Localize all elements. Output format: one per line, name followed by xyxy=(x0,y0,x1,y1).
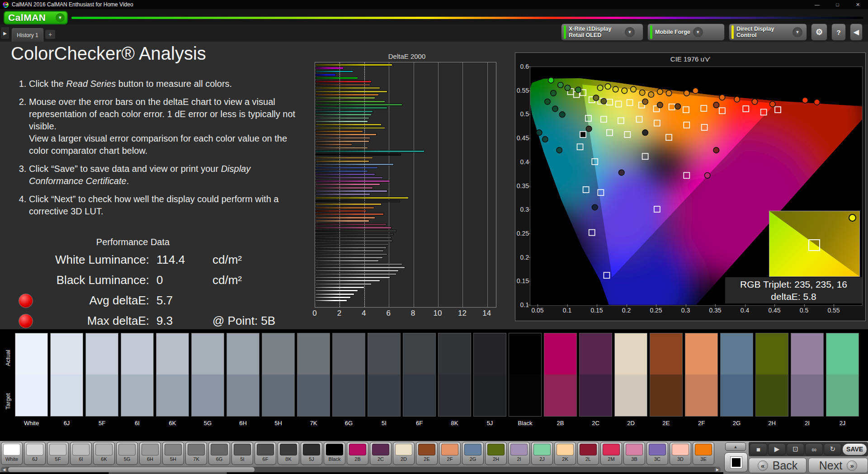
patch-button-2m[interactable]: 2M xyxy=(600,442,622,465)
restore-button[interactable]: □ xyxy=(827,0,848,9)
deltae-bar[interactable] xyxy=(315,100,385,103)
refresh-button[interactable]: ↻ xyxy=(824,443,841,455)
deltae-bar[interactable] xyxy=(315,167,378,169)
patch-button-3d[interactable]: 3D xyxy=(670,442,691,465)
patch-button-2e[interactable]: 2E xyxy=(416,442,438,465)
deltae-bar[interactable] xyxy=(315,190,387,192)
minimize-button[interactable]: — xyxy=(807,0,827,9)
deltae-bar[interactable] xyxy=(315,233,394,236)
deltae-bar[interactable] xyxy=(315,193,370,195)
deltae-bar[interactable] xyxy=(315,250,384,252)
deltae-bar[interactable] xyxy=(315,160,369,162)
deltae-bar[interactable] xyxy=(315,197,409,199)
deltae-bar[interactable] xyxy=(315,97,375,99)
deltae-bar[interactable] xyxy=(315,114,372,116)
deltae-bar[interactable] xyxy=(315,183,380,185)
deltae-bar[interactable] xyxy=(315,213,384,215)
deltae-bar[interactable] xyxy=(315,173,375,175)
deltae-bar[interactable] xyxy=(315,87,380,89)
tab-history-1[interactable]: History 1 xyxy=(12,28,43,42)
deltae-bar[interactable] xyxy=(315,256,383,259)
deltae-bar[interactable] xyxy=(315,293,354,295)
deltae-bar[interactable] xyxy=(315,147,368,149)
deltae-bar[interactable] xyxy=(315,143,352,146)
deltae-bar[interactable] xyxy=(315,104,402,106)
deltae-bar[interactable] xyxy=(315,283,372,285)
stop-button[interactable]: ■ xyxy=(750,443,767,455)
deltae-bar[interactable] xyxy=(315,133,377,136)
deltae-bar[interactable] xyxy=(315,90,387,93)
patch-button-2i[interactable]: 2I xyxy=(508,442,530,465)
deltae-bar[interactable] xyxy=(315,270,399,272)
patch-button-6i[interactable]: 6I xyxy=(70,442,92,465)
patch-button-2c[interactable]: 2C xyxy=(370,442,392,465)
patch-button-2d[interactable]: 2D xyxy=(393,442,415,465)
help-button[interactable]: ? xyxy=(831,24,846,41)
deltae-bar[interactable] xyxy=(315,180,390,182)
deltae-bar[interactable] xyxy=(315,296,351,299)
patch-button-8k[interactable]: 8K xyxy=(278,442,299,465)
patch-row-up-button[interactable]: ▲ xyxy=(725,442,746,451)
deltae-bar[interactable] xyxy=(315,227,392,229)
patch-button-2b[interactable]: 2B xyxy=(347,442,368,465)
deltae-bar[interactable] xyxy=(315,153,401,156)
deltae-bar[interactable] xyxy=(315,117,369,119)
back-button[interactable]: « Back xyxy=(749,458,807,473)
deltae-bar[interactable] xyxy=(315,276,390,279)
deltae-bar[interactable] xyxy=(315,64,392,66)
deltae-bar[interactable] xyxy=(315,203,382,205)
deltae-bar[interactable] xyxy=(315,289,358,292)
deltae-bar[interactable] xyxy=(315,170,368,172)
patch-button-white[interactable]: White xyxy=(1,442,23,465)
deltae-bar[interactable] xyxy=(315,77,358,79)
deltae-bar[interactable] xyxy=(315,246,387,249)
deltae-bar[interactable] xyxy=(315,273,396,275)
deltae-bar[interactable] xyxy=(315,84,370,86)
deltae-bar[interactable] xyxy=(315,200,400,202)
patch-button-3b[interactable]: 3B xyxy=(623,442,645,465)
deltae-bar[interactable] xyxy=(315,140,369,142)
deltae-bar[interactable] xyxy=(315,107,387,109)
deltae-bar[interactable] xyxy=(315,120,368,123)
device-dropdown-1[interactable]: X-Rite i1Display Retail OLED▼ xyxy=(561,24,643,41)
deltae-bar[interactable] xyxy=(315,130,363,133)
deltae-bar[interactable] xyxy=(315,299,347,302)
tab-scroll-button[interactable]: ▶ xyxy=(1,27,9,39)
patch-button-2j[interactable]: 2J xyxy=(531,442,553,465)
deltae-bar[interactable] xyxy=(315,67,344,69)
patch-button-6j[interactable]: 6J xyxy=(24,442,46,465)
patch-button-2f[interactable]: 2F xyxy=(439,442,461,465)
patch-button-6k[interactable]: 6K xyxy=(93,442,115,465)
pattern-window-button[interactable]: ⊡ xyxy=(787,443,804,455)
settings-button[interactable]: ⚙ xyxy=(811,24,827,41)
deltae-bar[interactable] xyxy=(315,260,379,262)
deltae-bar[interactable] xyxy=(315,81,372,83)
deltae-bar[interactable] xyxy=(315,230,396,232)
deltae-bar[interactable] xyxy=(315,150,425,152)
deltae-bar[interactable] xyxy=(315,210,367,212)
deltae-bar[interactable] xyxy=(315,237,392,239)
deltae-bar[interactable] xyxy=(315,266,405,269)
scrollbar-thumb[interactable] xyxy=(8,467,255,472)
deltae-bar[interactable] xyxy=(315,223,387,226)
patch-button-5i[interactable]: 5I xyxy=(231,442,253,465)
deltae-bar[interactable] xyxy=(315,127,385,129)
pattern-window-button[interactable] xyxy=(724,452,748,472)
save-button[interactable]: SAVE xyxy=(842,443,867,455)
patch-button-5f[interactable]: 5F xyxy=(47,442,69,465)
patch-button-6f[interactable]: 6F xyxy=(255,442,276,465)
deltae-bar[interactable] xyxy=(315,94,379,96)
device-dropdown-2[interactable]: Mobile Forge▼ xyxy=(647,24,725,41)
patch-button-3c[interactable]: 3C xyxy=(646,442,668,465)
patch-button-black[interactable]: Black xyxy=(324,442,345,465)
patch-button-2l[interactable]: 2L xyxy=(577,442,599,465)
deltae-bar[interactable] xyxy=(315,71,353,73)
deltae-bar[interactable] xyxy=(315,123,382,126)
close-button[interactable]: ✕ xyxy=(848,0,868,9)
deltae-bar[interactable] xyxy=(315,243,389,246)
deltae-bar[interactable] xyxy=(315,177,383,179)
patch-button-5h[interactable]: 5H xyxy=(162,442,184,465)
play-button[interactable]: ▶ xyxy=(768,443,786,455)
deltae-bar[interactable] xyxy=(315,280,380,282)
loop-button[interactable]: ∞ xyxy=(805,443,823,455)
